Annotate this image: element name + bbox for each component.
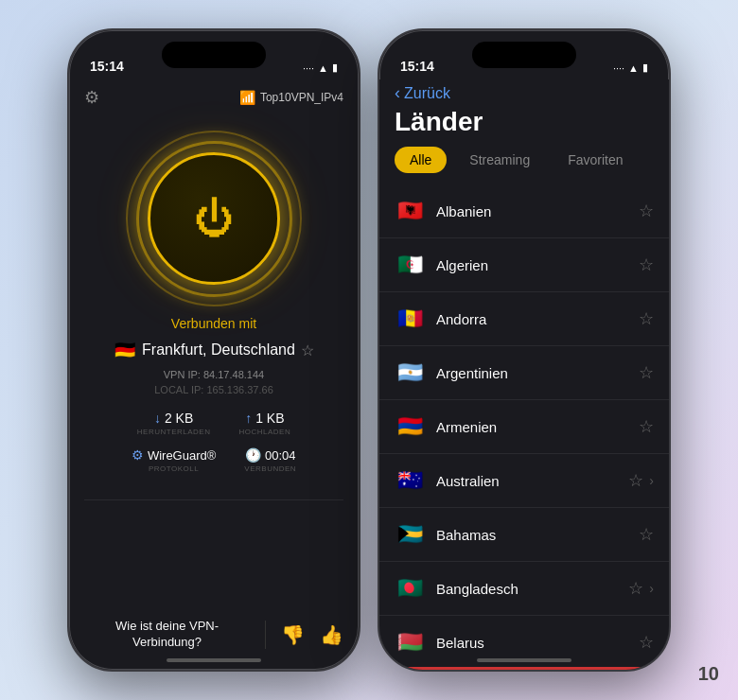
- protocol-label: PROTOKOLL: [149, 464, 199, 473]
- list-item[interactable]: 🇦🇷 Argentinien ☆: [379, 346, 669, 400]
- protocol-row: ⚙ WireGuard® PROTOKOLL 🕐 00:04 VERBUNDEN: [84, 447, 343, 473]
- dynamic-island: [162, 42, 266, 68]
- time-icon: 🕐: [245, 447, 261, 463]
- favorite-star[interactable]: ☆: [301, 341, 314, 359]
- tab-streaming[interactable]: Streaming: [454, 147, 545, 173]
- feedback-row: Wie ist deine VPN- Verbindung? 👎 👍: [84, 619, 343, 651]
- country-name-algerien: Algerien: [436, 257, 639, 273]
- star-belarus[interactable]: ☆: [639, 632, 654, 653]
- country-name-andorra: Andorra: [436, 311, 639, 327]
- tab-favoriten[interactable]: Favoriten: [553, 147, 638, 173]
- flag-albanien: 🇦🇱: [395, 196, 425, 226]
- country-list: 🇦🇱 Albanien ☆ 🇩🇿 Algerien ☆ 🇦🇩 Andorra ☆…: [379, 184, 669, 667]
- flag-armenien: 🇦🇲: [395, 411, 425, 442]
- time-val: 00:04: [265, 448, 296, 463]
- page-title: Länder: [379, 103, 669, 147]
- battery-icon-2: ▮: [642, 61, 648, 74]
- phone1-content: ⚙ 📶 Top10VPN_IPv4 ⏻ Verbunden mit 🇩🇪 Fra…: [69, 79, 359, 670]
- list-item[interactable]: 🇧🇸 Bahamas ☆: [379, 508, 669, 562]
- back-row[interactable]: ‹ Zurück: [379, 79, 669, 103]
- star-australien[interactable]: ☆: [628, 470, 643, 491]
- network-name: Top10VPN_IPv4: [260, 91, 343, 104]
- country-name-bangladesch: Bangladesch: [436, 581, 628, 597]
- flag-australien: 🇦🇺: [395, 465, 425, 496]
- star-argentinien[interactable]: ☆: [639, 362, 654, 383]
- flag-andorra: 🇦🇩: [395, 304, 425, 334]
- time-stat: 🕐 00:04 VERBUNDEN: [244, 447, 296, 473]
- download-label: HERUNTERLADEN: [137, 428, 211, 436]
- upload-arrow: ↑: [245, 411, 252, 426]
- settings-icon[interactable]: ⚙: [84, 87, 99, 108]
- protocol-icon: ⚙: [132, 447, 144, 463]
- top-bar: ⚙ 📶 Top10VPN_IPv4: [84, 87, 343, 108]
- phone2-content: ‹ Zurück Länder Alle Streaming Favoriten…: [379, 79, 669, 670]
- list-item[interactable]: 🇦🇺 Australien ☆ ›: [379, 454, 669, 508]
- list-item[interactable]: 🇩🇿 Algerien ☆: [379, 238, 669, 292]
- server-name: Frankfurt, Deutschland: [142, 341, 295, 359]
- list-item[interactable]: 🇦🇱 Albanien ☆: [379, 184, 669, 238]
- star-bangladesch[interactable]: ☆: [628, 578, 643, 599]
- watermark: 10: [698, 663, 719, 685]
- protocol-val: WireGuard®: [148, 448, 216, 463]
- home-indicator-2: [477, 658, 571, 662]
- flag-belarus: 🇧🇾: [395, 627, 425, 657]
- signal-icon: ····: [303, 62, 314, 74]
- home-indicator-1: [167, 658, 261, 662]
- time-label: VERBUNDEN: [244, 464, 296, 473]
- back-chevron-icon: ‹: [395, 83, 400, 103]
- star-andorra[interactable]: ☆: [639, 308, 654, 329]
- flag-algerien: 🇩🇿: [395, 250, 425, 280]
- chevron-australien: ›: [649, 473, 654, 488]
- feedback-divider: [265, 621, 266, 649]
- wifi-status-icon: 📶: [239, 90, 255, 105]
- country-name-australien: Australien: [436, 473, 628, 489]
- star-armenien[interactable]: ☆: [639, 416, 654, 437]
- list-item[interactable]: 🇦🇲 Armenien ☆: [379, 400, 669, 454]
- list-item[interactable]: 🇧🇩 Bangladesch ☆ ›: [379, 562, 669, 616]
- back-label: Zurück: [404, 85, 450, 102]
- upload-stat: ↑ 1 KB HOCHLADEN: [238, 411, 290, 436]
- verbunden-mit-label: Verbunden mit: [171, 316, 256, 331]
- phones-container: 15:14 ···· ▲ ▮ ⚙ 📶 Top10VPN_IPv4 ⏻: [67, 28, 671, 672]
- download-arrow: ↓: [154, 411, 161, 426]
- download-stat: ↓ 2 KB HERUNTERLADEN: [137, 411, 211, 436]
- flag-argentinien: 🇦🇷: [395, 358, 425, 388]
- vpn-ip: VPN IP: 84.17.48.144: [164, 369, 264, 380]
- stats-row: ↓ 2 KB HERUNTERLADEN ↑ 1 KB HOCHLADEN: [84, 411, 343, 436]
- time-1: 15:14: [90, 59, 124, 74]
- time-2: 15:14: [400, 59, 434, 74]
- star-albanien[interactable]: ☆: [639, 201, 654, 221]
- list-item[interactable]: 🇦🇩 Andorra ☆: [379, 292, 669, 346]
- country-name-albanien: Albanien: [436, 203, 639, 219]
- tab-alle[interactable]: Alle: [395, 147, 447, 173]
- phone-vpn: 15:14 ···· ▲ ▮ ⚙ 📶 Top10VPN_IPv4 ⏻: [67, 28, 360, 672]
- server-flag: 🇩🇪: [114, 339, 136, 361]
- feedback-text: Wie ist deine VPN- Verbindung?: [84, 619, 250, 651]
- download-val: 2 KB: [165, 411, 193, 426]
- power-button-container[interactable]: ⏻: [124, 129, 304, 308]
- thumbup-button[interactable]: 👍: [320, 623, 343, 646]
- flag-bahamas: 🇧🇸: [395, 519, 425, 550]
- tabs-row: Alle Streaming Favoriten: [379, 147, 669, 184]
- phone-countries: 15:14 ···· ▲ ▮ ‹ Zurück Länder Alle Stre…: [378, 28, 671, 672]
- thumbdown-button[interactable]: 👎: [281, 623, 305, 646]
- server-row: 🇩🇪 Frankfurt, Deutschland ☆: [114, 339, 314, 361]
- country-name-armenien: Armenien: [436, 419, 639, 435]
- country-name-belarus: Belarus: [436, 635, 639, 651]
- power-ring-mid: [136, 141, 292, 297]
- star-bahamas[interactable]: ☆: [639, 524, 654, 545]
- wifi-icon: ▲: [318, 62, 328, 74]
- local-ip: LOCAL IP: 165.136.37.66: [154, 384, 273, 395]
- status-icons-2: ···· ▲ ▮: [613, 61, 648, 74]
- bottom-indicator-bar: [379, 667, 669, 670]
- country-name-argentinien: Argentinien: [436, 365, 639, 381]
- signal-icon-2: ····: [613, 62, 624, 74]
- star-algerien[interactable]: ☆: [639, 254, 654, 275]
- network-info: 📶 Top10VPN_IPv4: [239, 90, 343, 105]
- upload-val: 1 KB: [255, 411, 284, 426]
- protocol-stat: ⚙ WireGuard® PROTOKOLL: [132, 447, 216, 473]
- country-name-bahamas: Bahamas: [436, 527, 639, 543]
- status-icons-1: ···· ▲ ▮: [303, 61, 338, 74]
- dynamic-island-2: [472, 42, 576, 68]
- divider: [84, 499, 343, 500]
